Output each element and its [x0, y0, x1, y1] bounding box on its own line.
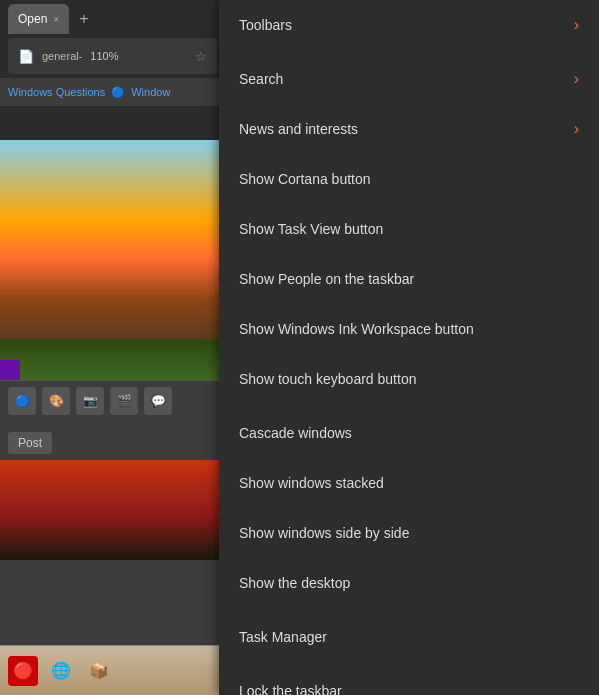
tab-bar: Open × +	[0, 0, 225, 38]
browser-toolbar: 🔵 🎨 📷 🎬 💬 Post	[0, 380, 225, 460]
submenu-arrow-search: ›	[574, 70, 579, 88]
menu-item-people[interactable]: Show People on the taskbar	[219, 254, 599, 304]
tool-icon-4[interactable]: 🎬	[110, 387, 138, 415]
taskbar: 🔴 🌐 📦	[0, 645, 225, 695]
menu-item-cascade[interactable]: Cascade windows	[219, 408, 599, 458]
browser-background: Open × + 📄 general- 110% ☆ Windows Quest…	[0, 0, 225, 695]
menu-item-label-keyboard: Show touch keyboard button	[239, 371, 416, 387]
tool-icon-3[interactable]: 📷	[76, 387, 104, 415]
menu-item-label-ink: Show Windows Ink Workspace button	[239, 321, 474, 337]
menu-item-label-search: Search	[239, 71, 283, 87]
menu-item-label-taskmanager: Task Manager	[239, 629, 327, 645]
document-icon: 📄	[18, 49, 34, 64]
menu-item-label-news: News and interests	[239, 121, 358, 137]
menu-item-toolbars[interactable]: Toolbars›	[219, 0, 599, 50]
menu-item-desktop[interactable]: Show the desktop	[219, 558, 599, 608]
nav-link-2[interactable]: Window	[131, 86, 170, 98]
bookmark-icon[interactable]: ☆	[195, 49, 207, 64]
active-tab[interactable]: Open ×	[8, 4, 69, 34]
menu-item-label-people: Show People on the taskbar	[239, 271, 414, 287]
menu-item-lock[interactable]: Lock the taskbar	[219, 666, 599, 695]
menu-item-label-desktop: Show the desktop	[239, 575, 350, 591]
browser-nav-bar: Windows Questions 🔵 Window	[0, 78, 225, 106]
browser-content	[0, 140, 225, 560]
taskbar-icon-2[interactable]: 🌐	[46, 656, 76, 686]
menu-item-label-cortana: Show Cortana button	[239, 171, 371, 187]
submenu-arrow-news: ›	[574, 120, 579, 138]
menu-item-label-lock: Lock the taskbar	[239, 683, 342, 695]
menu-item-cortana[interactable]: Show Cortana button	[219, 154, 599, 204]
new-tab-button[interactable]: +	[73, 10, 94, 28]
menu-item-label-cascade: Cascade windows	[239, 425, 352, 441]
menu-item-label-sidebyside: Show windows side by side	[239, 525, 409, 541]
zoom-level: 110%	[90, 50, 118, 62]
tool-icon-2[interactable]: 🎨	[42, 387, 70, 415]
menu-item-stacked[interactable]: Show windows stacked	[219, 458, 599, 508]
sky-image	[0, 140, 225, 340]
menu-item-search[interactable]: Search›	[219, 54, 599, 104]
address-text: general-	[42, 50, 82, 62]
context-menu: Toolbars›Search›News and interests›Show …	[219, 0, 599, 695]
tool-icon-5[interactable]: 💬	[144, 387, 172, 415]
menu-item-sidebyside[interactable]: Show windows side by side	[219, 508, 599, 558]
taskbar-icon-3[interactable]: 📦	[84, 656, 114, 686]
menu-item-label-stacked: Show windows stacked	[239, 475, 384, 491]
menu-item-ink[interactable]: Show Windows Ink Workspace button	[219, 304, 599, 354]
menu-item-taskmanager[interactable]: Task Manager	[219, 612, 599, 662]
address-bar[interactable]: 📄 general- 110% ☆	[8, 38, 217, 74]
taskbar-icon-1[interactable]: 🔴	[8, 656, 38, 686]
menu-item-label-toolbars: Toolbars	[239, 17, 292, 33]
menu-item-news[interactable]: News and interests›	[219, 104, 599, 154]
menu-item-taskview[interactable]: Show Task View button	[219, 204, 599, 254]
tab-label: Open	[18, 12, 47, 26]
post-button[interactable]: Post	[8, 432, 52, 454]
nav-link-1[interactable]: Windows Questions	[8, 86, 105, 98]
submenu-arrow-toolbars: ›	[574, 16, 579, 34]
menu-item-label-taskview: Show Task View button	[239, 221, 383, 237]
browser-top-bar: Open × + 📄 general- 110% ☆ Windows Quest…	[0, 0, 225, 140]
tool-icon-1[interactable]: 🔵	[8, 387, 36, 415]
tab-close-button[interactable]: ×	[53, 14, 59, 25]
menu-item-keyboard[interactable]: Show touch keyboard button	[219, 354, 599, 404]
